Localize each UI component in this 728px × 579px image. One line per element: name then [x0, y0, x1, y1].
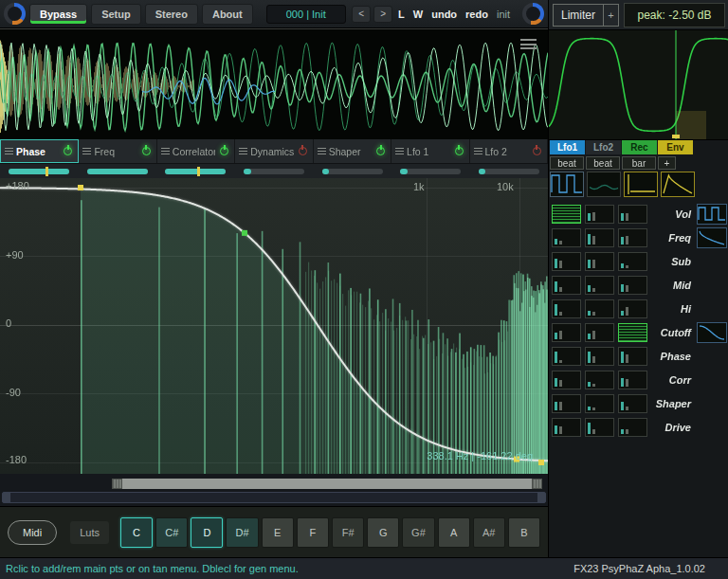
menu-icon[interactable] — [318, 148, 326, 154]
menu-icon[interactable] — [82, 148, 91, 154]
header-button-setup[interactable]: Setup — [91, 4, 141, 25]
matrix-cell[interactable] — [552, 228, 581, 247]
knob-icon-left[interactable] — [4, 3, 26, 25]
module-slider[interactable] — [322, 169, 383, 174]
matrix-cell[interactable] — [552, 347, 581, 366]
key-a-sharp[interactable]: A# — [473, 517, 505, 548]
key-g-sharp[interactable]: G# — [402, 517, 434, 548]
key-d[interactable]: D — [191, 517, 223, 548]
sync-button-3[interactable]: + — [658, 156, 676, 170]
undo-button[interactable]: undo — [428, 9, 460, 20]
redo-button[interactable]: redo — [463, 9, 491, 20]
menu-icon[interactable] — [5, 148, 13, 154]
zoom-handle-left[interactable] — [112, 479, 122, 489]
lfo-thumbnail-1[interactable] — [587, 172, 621, 197]
matrix-cell[interactable] — [552, 205, 581, 224]
module-slider[interactable] — [165, 169, 226, 174]
init-button[interactable]: init — [494, 9, 513, 20]
matrix-cell[interactable] — [585, 371, 614, 389]
module-slider[interactable] — [244, 169, 304, 174]
matrix-cell[interactable] — [552, 371, 581, 389]
power-icon[interactable] — [453, 145, 465, 157]
menu-icon[interactable] — [395, 148, 404, 154]
limiter-selector[interactable]: Limiter — [553, 4, 604, 27]
matrix-cell[interactable] — [552, 394, 581, 413]
header-button-bypass[interactable]: Bypass — [29, 4, 87, 25]
matrix-cell[interactable] — [585, 394, 614, 413]
module-tab-lfo-1[interactable]: Lfo 1 — [391, 139, 469, 163]
power-icon[interactable] — [62, 145, 74, 157]
matrix-cell[interactable] — [618, 347, 647, 366]
matrix-preview[interactable] — [697, 204, 727, 225]
scrollbar-cap-right[interactable] — [537, 493, 545, 502]
module-tab-lfo-2[interactable]: Lfo 2 — [470, 139, 548, 163]
matrix-cell[interactable] — [585, 228, 614, 247]
power-icon[interactable] — [140, 145, 153, 157]
lfo-tab-lfo2[interactable]: Lfo2 — [586, 140, 621, 154]
scrollbar-track[interactable] — [2, 492, 546, 503]
matrix-cell[interactable] — [552, 418, 581, 437]
matrix-cell[interactable] — [585, 323, 614, 342]
module-tab-phase[interactable]: Phase — [0, 139, 79, 163]
key-f[interactable]: F — [297, 517, 329, 548]
module-tab-freq[interactable]: Freq — [79, 139, 156, 163]
key-g[interactable]: G — [367, 517, 399, 548]
module-tab-dynamics[interactable]: Dynamics — [235, 139, 313, 163]
lfo-tab-env[interactable]: Env — [658, 140, 693, 154]
lfo-tab-rec[interactable]: Rec — [622, 140, 657, 154]
phase-graph-canvas[interactable] — [0, 178, 548, 474]
matrix-cell[interactable] — [618, 371, 647, 389]
zoom-handle-right[interactable] — [532, 479, 542, 489]
matrix-cell[interactable] — [618, 228, 647, 247]
menu-icon[interactable] — [239, 148, 247, 154]
module-slider[interactable] — [9, 169, 69, 174]
matrix-preview[interactable] — [697, 227, 727, 248]
sync-button-0[interactable]: beat — [550, 156, 584, 170]
matrix-cell[interactable] — [585, 299, 614, 318]
power-icon[interactable] — [531, 145, 543, 157]
matrix-cell[interactable] — [552, 323, 581, 342]
key-f-sharp[interactable]: F# — [332, 517, 364, 548]
scope-menu-icon[interactable] — [520, 39, 537, 49]
key-c[interactable]: C — [120, 517, 153, 548]
scrollbar-cap-left[interactable] — [3, 493, 10, 502]
preset-display[interactable]: 000 | Init — [266, 5, 346, 24]
matrix-cell[interactable] — [552, 252, 581, 271]
midi-button[interactable]: Midi — [8, 520, 57, 545]
module-slider[interactable] — [400, 169, 461, 174]
lfo-tab-lfo1[interactable]: Lfo1 — [550, 140, 585, 154]
matrix-cell[interactable] — [585, 205, 614, 224]
key-e[interactable]: E — [262, 517, 294, 548]
matrix-cell[interactable] — [618, 394, 647, 413]
matrix-cell[interactable] — [585, 252, 614, 271]
matrix-cell[interactable] — [585, 276, 614, 295]
matrix-cell[interactable] — [618, 418, 647, 437]
lfo-thumbnail-2[interactable] — [624, 172, 658, 197]
matrix-cell[interactable] — [618, 276, 647, 295]
module-slider[interactable] — [479, 169, 539, 174]
matrix-cell[interactable] — [618, 205, 647, 224]
luts-button[interactable]: Luts — [70, 521, 109, 544]
matrix-cell[interactable] — [618, 323, 647, 342]
limiter-add-button[interactable]: + — [604, 4, 619, 27]
key-c-sharp[interactable]: C# — [155, 517, 188, 548]
matrix-cell[interactable] — [552, 276, 581, 295]
menu-icon[interactable] — [161, 148, 170, 154]
key-a[interactable]: A — [438, 517, 470, 548]
matrix-preview[interactable] — [697, 322, 727, 343]
matrix-cell[interactable] — [618, 252, 647, 271]
power-icon[interactable] — [218, 145, 230, 157]
power-icon[interactable] — [297, 145, 309, 157]
header-button-stereo[interactable]: Stereo — [145, 4, 198, 25]
nav-w-button[interactable]: W — [410, 9, 426, 20]
matrix-cell[interactable] — [585, 418, 614, 437]
lfo-thumbnail-3[interactable] — [661, 172, 695, 197]
key-b[interactable]: B — [508, 517, 540, 548]
sync-button-1[interactable]: beat — [586, 156, 620, 170]
nav-next-button[interactable]: > — [373, 6, 392, 23]
header-button-about[interactable]: About — [202, 4, 253, 25]
matrix-cell[interactable] — [552, 299, 581, 318]
zoom-range-bar[interactable] — [112, 479, 542, 489]
matrix-cell[interactable] — [618, 299, 647, 318]
nav-l-button[interactable]: L — [395, 9, 408, 20]
